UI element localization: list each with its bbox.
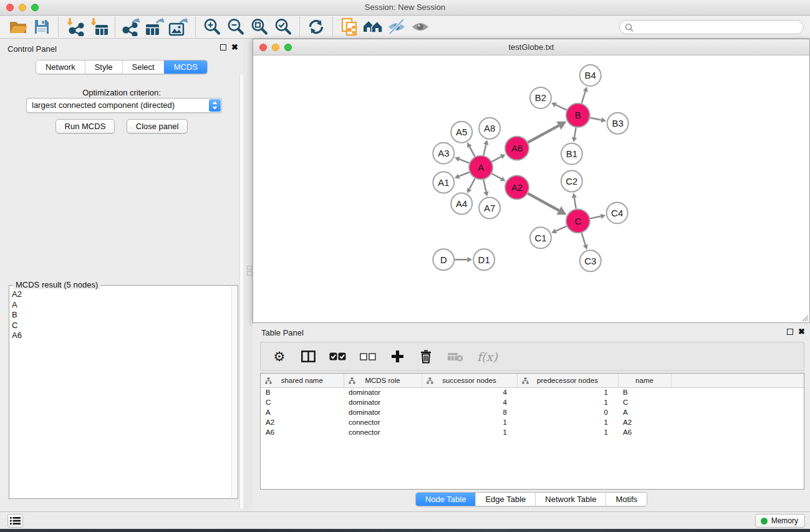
graph-edge-A-A2[interactable] — [492, 173, 501, 178]
export-image-button[interactable] — [167, 17, 191, 37]
table-cell[interactable]: B — [618, 387, 671, 397]
table-cell[interactable]: 1 — [517, 397, 618, 407]
column-header-name[interactable]: name — [618, 374, 671, 387]
mcds-result-item[interactable]: B — [12, 310, 231, 321]
memory-button[interactable]: Memory — [755, 514, 805, 528]
network-canvas[interactable]: B4B2BB3A8A5A6A3B1AC2A1A2A4A7C4CC1C3DD1 — [253, 56, 809, 322]
open-session-button[interactable] — [6, 17, 30, 37]
tab-edge-table[interactable]: Edge Table — [475, 493, 535, 506]
graph-edge-A-A1[interactable] — [459, 172, 470, 177]
show-all-button[interactable] — [408, 17, 432, 37]
refresh-view-button[interactable] — [304, 17, 328, 37]
graph-edge-A-A8[interactable] — [484, 145, 486, 155]
table-cell[interactable]: A6 — [261, 427, 344, 437]
table-cell[interactable]: 1 — [422, 417, 517, 427]
table-cell[interactable]: 1 — [422, 427, 517, 437]
deselect-all-button[interactable] — [360, 353, 376, 360]
graph-edge-A-A5[interactable] — [470, 147, 475, 157]
criterion-dropdown[interactable]: largest connected component (directed) — [26, 98, 222, 113]
first-neighbors-button[interactable] — [361, 17, 385, 37]
table-cell[interactable]: C — [618, 397, 671, 407]
close-panel-icon[interactable]: ✖ — [231, 44, 238, 51]
tab-select[interactable]: Select — [122, 60, 164, 74]
table-cell[interactable]: connector — [344, 427, 422, 437]
table-cell[interactable]: 1 — [517, 417, 618, 427]
mcds-result-item[interactable]: A — [12, 300, 231, 311]
table-cell[interactable]: A2 — [261, 417, 344, 427]
graph-edge-B-B2[interactable] — [556, 105, 567, 110]
zoom-out-button[interactable] — [224, 17, 248, 37]
float-panel-icon[interactable] — [220, 44, 226, 51]
import-network-button[interactable] — [63, 17, 87, 37]
graph-edge-A-A7[interactable] — [483, 180, 486, 191]
table-cell[interactable]: A — [261, 407, 344, 417]
save-session-button[interactable] — [30, 17, 54, 37]
window-resize-grip[interactable] — [801, 314, 809, 322]
zoom-fit-button[interactable] — [248, 17, 271, 37]
table-cell[interactable]: 4 — [422, 397, 517, 407]
close-panel-button[interactable]: Close panel — [127, 119, 188, 133]
function-builder-button[interactable]: f(x) — [477, 350, 498, 364]
window-titlebar[interactable]: Session: New Session — [0, 0, 810, 16]
search-input[interactable] — [619, 20, 804, 34]
graph-edge-A-A3[interactable] — [459, 159, 469, 163]
select-all-button[interactable] — [329, 352, 346, 360]
network-window-titlebar[interactable]: testGlobe.txt — [253, 39, 809, 56]
float-table-panel-icon[interactable] — [787, 329, 793, 335]
column-header-MCDS-role[interactable]: MCDS role — [344, 374, 422, 387]
graph-edge-B-B1[interactable] — [574, 127, 576, 137]
table-cell[interactable]: dominator — [344, 407, 422, 417]
tab-mcds[interactable]: MCDS — [164, 60, 207, 74]
graph-edge-A2-C[interactable] — [528, 193, 559, 210]
graph-edge-A-A4[interactable] — [470, 178, 475, 189]
tab-style[interactable]: Style — [85, 60, 122, 74]
table-cell[interactable]: B — [261, 387, 344, 397]
table-row[interactable]: Bdominator41B — [261, 387, 804, 397]
tab-node-table[interactable]: Node Table — [416, 493, 476, 506]
table-cell[interactable]: 1 — [517, 427, 618, 437]
zoom-selected-button[interactable] — [271, 17, 295, 37]
close-table-panel-icon[interactable]: ✖ — [798, 328, 805, 336]
graph-edge-C-C1[interactable] — [556, 226, 566, 231]
export-table-button[interactable] — [143, 17, 167, 37]
run-mcds-button[interactable]: Run MCDS — [55, 119, 115, 133]
table-row[interactable]: A2connector11A2 — [261, 417, 804, 427]
tab-network[interactable]: Network — [36, 60, 85, 74]
import-table-button[interactable] — [87, 17, 110, 37]
table-cell[interactable]: 0 — [517, 407, 618, 417]
table-cell[interactable]: A2 — [618, 417, 671, 427]
zoom-in-button[interactable] — [200, 17, 224, 37]
table-cell[interactable]: A — [618, 407, 671, 417]
mcds-result-item[interactable]: C — [12, 321, 231, 331]
graph-edge-B-B3[interactable] — [590, 118, 601, 120]
table-cell[interactable]: dominator — [344, 387, 422, 397]
tab-motifs[interactable]: Motifs — [605, 493, 647, 506]
graph-edge-A-A6[interactable] — [492, 157, 501, 162]
tab-network-table[interactable]: Network Table — [535, 493, 605, 506]
graph-edge-B-B4[interactable] — [582, 91, 586, 103]
table-cell[interactable]: dominator — [344, 397, 422, 407]
table-cell[interactable]: C — [261, 397, 344, 407]
graph-edge-A6-B[interactable] — [528, 125, 559, 142]
table-cell[interactable]: connector — [344, 417, 422, 427]
table-row[interactable]: Cdominator41C — [261, 397, 804, 407]
graph-edge-C-C2[interactable] — [574, 198, 576, 209]
delete-column-button[interactable] — [418, 349, 433, 364]
column-header-predecessor-nodes[interactable]: predecessor nodes — [517, 374, 618, 387]
table-settings-button[interactable]: ⚙ — [272, 350, 287, 364]
show-panels-list-button[interactable] — [7, 514, 23, 528]
export-network-button[interactable] — [120, 17, 143, 37]
mcds-result-item[interactable]: A2 — [12, 289, 231, 300]
mcds-result-item[interactable]: A6 — [12, 331, 231, 341]
control-panel-scrollbar[interactable] — [239, 75, 243, 508]
new-network-from-selection-button[interactable] — [337, 17, 361, 37]
add-column-button[interactable] — [390, 350, 405, 363]
table-row[interactable]: Adominator80A — [261, 407, 804, 417]
graph-edge-C-C4[interactable] — [590, 216, 600, 219]
table-cell[interactable]: 1 — [517, 387, 618, 397]
delete-table-button[interactable] — [447, 352, 463, 362]
table-cell[interactable]: 8 — [422, 407, 517, 417]
column-header-shared-name[interactable]: shared name — [261, 374, 344, 387]
column-header-successor-nodes[interactable]: successor nodes — [422, 374, 517, 387]
table-cell[interactable]: A6 — [618, 427, 671, 437]
